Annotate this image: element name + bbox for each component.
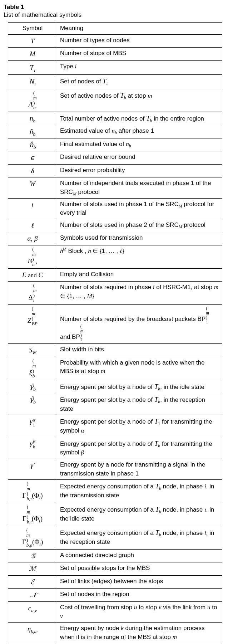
symbol-cell: B(m)h, bbox=[8, 245, 57, 268]
table-row: ξ(m)b Probability with which a given nod… bbox=[8, 357, 222, 380]
table-row: nb Total number of active nodes of Tb in… bbox=[8, 112, 222, 125]
table-row: 𝒢 A connected directed graph bbox=[8, 549, 222, 562]
meaning-cell: Type i bbox=[57, 60, 222, 74]
table-header-row: Symbol Meaning bbox=[8, 23, 222, 35]
table-row: W Number of independent trials executed … bbox=[8, 177, 222, 198]
meaning-cell: Number of slots used in phase 1 of the S… bbox=[57, 198, 222, 219]
meaning-cell: Energy spent per slot by a node of T1 fo… bbox=[57, 415, 222, 437]
meaning-cell: Desired relative error bound bbox=[57, 151, 222, 165]
meaning-cell: Energy spent by node k during the estima… bbox=[57, 623, 222, 643]
symbol-cell: ℰ bbox=[8, 575, 57, 589]
table-caption: List of mathematical symbols bbox=[4, 11, 224, 19]
table-row: t Number of slots used in phase 1 of the… bbox=[8, 198, 222, 219]
header-symbol: Symbol bbox=[8, 23, 57, 35]
meaning-cell: Expected energy consumption of a Tb node… bbox=[57, 526, 222, 549]
symbol-cell: γ′ bbox=[8, 459, 57, 480]
meaning-cell: Symbols used for transmission bbox=[57, 232, 222, 245]
table-row: γβb Energy spent per slot by a node of T… bbox=[8, 437, 222, 459]
symbol-cell: ηk,m bbox=[8, 623, 57, 643]
symbol-cell: E and C bbox=[8, 268, 57, 282]
table-row: SW Slot width in bits bbox=[8, 344, 222, 357]
symbol-cell: SW bbox=[8, 344, 57, 357]
symbol-cell: Γ(m)b,τ(Φi) bbox=[8, 480, 57, 503]
symbol-cell: t bbox=[8, 198, 57, 219]
meaning-cell: Cost of travelling from stop u to stop v… bbox=[57, 601, 222, 622]
symbol-cell: Ti bbox=[8, 60, 57, 74]
meaning-cell: Slot width in bits bbox=[57, 344, 222, 357]
meaning-cell: Number of slots required in phase i of H… bbox=[57, 282, 222, 305]
meaning-cell: Probability with which a given node is a… bbox=[57, 357, 222, 380]
symbol-cell: α, β bbox=[8, 232, 57, 245]
header-meaning: Meaning bbox=[57, 23, 222, 35]
table-row: 𝒩 Set of nodes in the region bbox=[8, 589, 222, 602]
table-row: Γ(m)b,ρ(Φi) Expected energy consumption … bbox=[8, 526, 222, 549]
table-row: ℰ Set of links (edges) between the stops bbox=[8, 575, 222, 589]
table-row: n̂b Final estimated value of nb bbox=[8, 138, 222, 151]
symbol-cell: δ bbox=[8, 164, 57, 177]
table-row: Γ(m)b,τ(Φi) Expected energy consumption … bbox=[8, 480, 222, 503]
meaning-cell: Set of nodes in the region bbox=[57, 589, 222, 602]
symbol-cell: γ̂b bbox=[8, 393, 57, 415]
symbol-cell: Z(m)BP bbox=[8, 305, 57, 344]
table-row: ñb Estimated value of nb after phase 1 bbox=[8, 125, 222, 138]
symbol-cell: ℳ bbox=[8, 562, 57, 576]
table-row: Z(m)BP Number of slots required by the b… bbox=[8, 305, 222, 344]
meaning-cell: Number of slots used in phase 2 of the S… bbox=[57, 219, 222, 232]
table-row: ℓ Number of slots used in phase 2 of the… bbox=[8, 219, 222, 232]
symbol-cell: ℓ bbox=[8, 219, 57, 232]
meaning-cell: Energy spent per slot by a node of Tb, i… bbox=[57, 393, 222, 415]
meaning-cell: Expected energy consumption of a Tb node… bbox=[57, 480, 222, 503]
meaning-cell: Number of types of nodes bbox=[57, 34, 222, 48]
symbol-cell: Δ(m)i bbox=[8, 282, 57, 305]
table-row: cu,v Cost of travelling from stop u to s… bbox=[8, 601, 222, 622]
symbol-cell: nb bbox=[8, 112, 57, 125]
meaning-cell: Final estimated value of nb bbox=[57, 138, 222, 151]
meaning-cell: Number of slots required by the broadcas… bbox=[57, 305, 222, 344]
meaning-cell: Set of active nodes of Tb at stop m bbox=[57, 89, 222, 112]
table-row: γ̂b Energy spent per slot by a node of T… bbox=[8, 393, 222, 415]
symbol-cell: γα1 bbox=[8, 415, 57, 437]
table-row: T Number of types of nodes bbox=[8, 34, 222, 48]
symbol-cell: γβb bbox=[8, 437, 57, 459]
symbol-cell: A(m)b bbox=[8, 89, 57, 112]
meaning-cell: Set of nodes of Ti bbox=[57, 75, 222, 89]
symbol-cell: T bbox=[8, 34, 57, 48]
symbol-cell: Ni bbox=[8, 75, 57, 89]
symbol-cell: ϵ bbox=[8, 151, 57, 165]
meaning-cell: Total number of active nodes of Tb in th… bbox=[57, 112, 222, 125]
table-row: M Number of stops of MBS bbox=[8, 48, 222, 61]
symbol-cell: ξ(m)b bbox=[8, 357, 57, 380]
meaning-cell: Empty and Collision bbox=[57, 268, 222, 282]
table-row: γ̄b Energy spent per slot by a node of T… bbox=[8, 380, 222, 393]
table-row: ℳ Set of possible stops for the MBS bbox=[8, 562, 222, 576]
meaning-cell: Estimated value of nb after phase 1 bbox=[57, 125, 222, 138]
meaning-cell: A connected directed graph bbox=[57, 549, 222, 562]
symbol-cell: Γ(m)b,ι(Φi) bbox=[8, 503, 57, 526]
meaning-cell: Number of stops of MBS bbox=[57, 48, 222, 61]
symbol-cell: M bbox=[8, 48, 57, 61]
table-row: E and C Empty and Collision bbox=[8, 268, 222, 282]
table-row: Ni Set of nodes of Ti bbox=[8, 75, 222, 89]
meaning-cell: Energy spent per slot by a node of Tb fo… bbox=[57, 437, 222, 459]
symbols-table: Symbol Meaning T Number of types of node… bbox=[8, 22, 222, 644]
symbol-cell: n̂b bbox=[8, 138, 57, 151]
symbol-cell: ñb bbox=[8, 125, 57, 138]
table-row: α, β Symbols used for transmission bbox=[8, 232, 222, 245]
meaning-cell: Expected energy consumption of a Tb node… bbox=[57, 503, 222, 526]
table-row: γα1 Energy spent per slot by a node of T… bbox=[8, 415, 222, 437]
symbol-cell: 𝒢 bbox=[8, 549, 57, 562]
table-row: δ Desired error probability bbox=[8, 164, 222, 177]
table-row: γ′ Energy spent by a node for transmitti… bbox=[8, 459, 222, 480]
table-row: Γ(m)b,ι(Φi) Expected energy consumption … bbox=[8, 503, 222, 526]
meaning-cell: Energy spent per slot by a node of Tb, i… bbox=[57, 380, 222, 393]
table-label: Table 1 bbox=[4, 4, 224, 11]
table-row: ηk,m Energy spent by node k during the e… bbox=[8, 623, 222, 643]
meaning-cell: Desired error probability bbox=[57, 164, 222, 177]
table-row: Ti Type i bbox=[8, 60, 222, 74]
meaning-cell: Set of links (edges) between the stops bbox=[57, 575, 222, 589]
meaning-cell: Set of possible stops for the MBS bbox=[57, 562, 222, 576]
symbol-cell: cu,v bbox=[8, 601, 57, 622]
table-row: Δ(m)i Number of slots required in phase … bbox=[8, 282, 222, 305]
table-row: A(m)b Set of active nodes of Tb at stop … bbox=[8, 89, 222, 112]
table-row: ϵ Desired relative error bound bbox=[8, 151, 222, 165]
